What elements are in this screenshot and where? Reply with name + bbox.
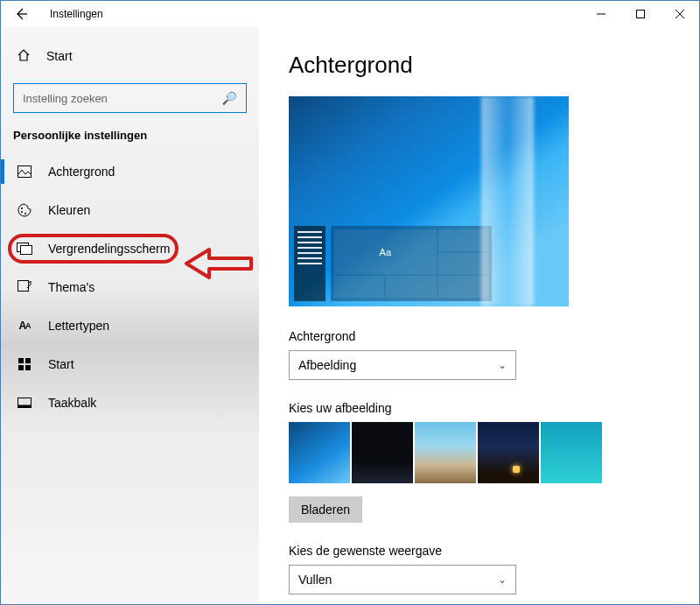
brush-icon — [17, 280, 32, 294]
sidebar-item-start[interactable]: Start — [1, 345, 259, 383]
sidebar-section-title: Persoonlijke instellingen — [1, 129, 259, 152]
sidebar-item-label: Vergrendelingsscherm — [48, 242, 170, 256]
close-button[interactable] — [660, 1, 699, 27]
sidebar: Start 🔍 Persoonlijke instellingen Achter… — [1, 27, 259, 604]
chevron-down-icon: ⌄ — [498, 573, 507, 586]
svg-rect-1 — [636, 11, 644, 18]
sidebar-item-lockscreen[interactable]: Vergrendelingsscherm — [1, 229, 259, 268]
svg-rect-10 — [18, 281, 29, 292]
home-label: Start — [46, 49, 73, 63]
sidebar-item-label: Lettertypen — [48, 319, 109, 333]
maximize-icon — [636, 10, 645, 18]
sidebar-item-label: Thema's — [48, 280, 94, 294]
sidebar-item-label: Kleuren — [48, 203, 90, 217]
svg-rect-9 — [21, 246, 32, 255]
svg-rect-4 — [18, 166, 32, 178]
wallpaper-preview: Aa — [289, 96, 569, 306]
thumbnail-5[interactable] — [541, 422, 602, 483]
chevron-down-icon: ⌄ — [498, 359, 507, 371]
close-icon — [676, 10, 684, 18]
sidebar-item-themes[interactable]: Thema's — [1, 268, 259, 306]
lockscreen-icon — [17, 243, 32, 255]
preview-tiles: Aa — [331, 226, 492, 301]
svg-rect-16 — [18, 405, 32, 408]
sidebar-item-fonts[interactable]: AA Lettertypen — [1, 306, 259, 345]
sidebar-item-colors[interactable]: Kleuren — [1, 191, 259, 229]
search-input[interactable] — [23, 92, 222, 105]
home-icon — [17, 48, 31, 65]
svg-rect-12 — [25, 358, 31, 363]
browse-button[interactable]: Bladeren — [289, 496, 362, 523]
font-icon: AA — [17, 320, 32, 332]
svg-rect-13 — [18, 365, 24, 370]
thumbnail-3[interactable] — [415, 422, 476, 483]
sidebar-item-background[interactable]: Achtergrond — [1, 152, 259, 191]
preview-start-list — [294, 226, 326, 301]
svg-point-6 — [21, 211, 23, 213]
background-dropdown-value: Afbeelding — [298, 358, 356, 372]
main-panel: Achtergrond Aa Achtergrond Afbeelding ⌄ … — [259, 27, 699, 604]
svg-point-7 — [24, 213, 26, 215]
search-box[interactable]: 🔍 — [13, 83, 247, 113]
minimize-icon — [597, 10, 606, 18]
minimize-button[interactable] — [581, 1, 620, 27]
thumbnail-2[interactable] — [352, 422, 413, 483]
sidebar-item-label: Taakbalk — [48, 396, 96, 410]
window-title: Instellingen — [50, 8, 103, 20]
svg-point-5 — [21, 208, 23, 209]
background-dropdown[interactable]: Afbeelding ⌄ — [289, 350, 516, 380]
choose-image-label: Kies uw afbeelding — [289, 401, 669, 415]
taskbar-icon — [17, 397, 32, 408]
sidebar-item-label: Achtergrond — [48, 165, 115, 179]
image-thumbnails — [289, 422, 669, 483]
sidebar-item-label: Start — [48, 357, 74, 371]
svg-rect-14 — [25, 365, 31, 370]
back-button[interactable] — [8, 1, 34, 27]
fit-label: Kies de gewenste weergave — [289, 544, 669, 558]
fit-dropdown[interactable]: Vullen ⌄ — [289, 565, 516, 594]
palette-icon — [17, 203, 32, 217]
image-icon — [17, 165, 32, 178]
arrow-left-icon — [14, 7, 28, 21]
sidebar-item-taskbar[interactable]: Taakbalk — [1, 383, 259, 422]
thumbnail-4[interactable] — [478, 422, 539, 483]
background-label: Achtergrond — [289, 329, 669, 343]
home-button[interactable]: Start — [1, 38, 259, 74]
start-icon — [17, 358, 32, 370]
search-icon: 🔍 — [222, 91, 237, 105]
svg-rect-11 — [18, 358, 24, 363]
preview-sample-text: Aa — [334, 229, 437, 274]
maximize-button[interactable] — [620, 1, 660, 27]
window-controls — [581, 1, 699, 27]
title-bar: Instellingen — [1, 1, 699, 27]
preview-taskbar: Aa — [294, 226, 492, 301]
fit-dropdown-value: Vullen — [298, 573, 332, 587]
thumbnail-1[interactable] — [289, 422, 350, 483]
page-title: Achtergrond — [289, 52, 669, 79]
